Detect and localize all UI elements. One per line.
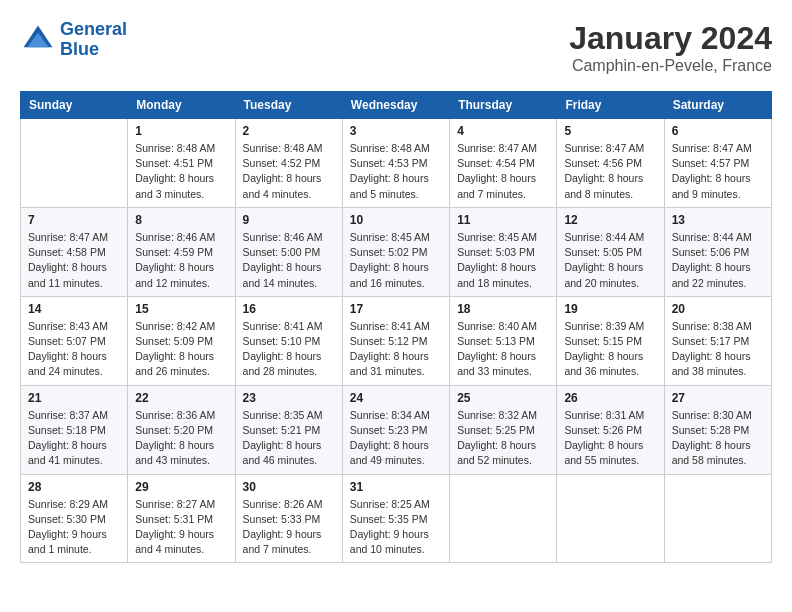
logo-icon <box>20 22 56 58</box>
header-sunday: Sunday <box>21 92 128 119</box>
calendar-cell: 20Sunrise: 8:38 AMSunset: 5:17 PMDayligh… <box>664 296 771 385</box>
day-detail: Sunrise: 8:40 AMSunset: 5:13 PMDaylight:… <box>457 319 549 380</box>
calendar-cell <box>557 474 664 563</box>
logo: General Blue <box>20 20 127 60</box>
calendar-cell: 15Sunrise: 8:42 AMSunset: 5:09 PMDayligh… <box>128 296 235 385</box>
day-detail: Sunrise: 8:44 AMSunset: 5:05 PMDaylight:… <box>564 230 656 291</box>
day-detail: Sunrise: 8:27 AMSunset: 5:31 PMDaylight:… <box>135 497 227 558</box>
calendar-cell: 5Sunrise: 8:47 AMSunset: 4:56 PMDaylight… <box>557 119 664 208</box>
calendar-cell: 14Sunrise: 8:43 AMSunset: 5:07 PMDayligh… <box>21 296 128 385</box>
day-number: 16 <box>243 302 335 316</box>
calendar-cell: 24Sunrise: 8:34 AMSunset: 5:23 PMDayligh… <box>342 385 449 474</box>
day-number: 3 <box>350 124 442 138</box>
title-block: January 2024 Camphin-en-Pevele, France <box>569 20 772 75</box>
calendar-cell: 22Sunrise: 8:36 AMSunset: 5:20 PMDayligh… <box>128 385 235 474</box>
day-number: 20 <box>672 302 764 316</box>
day-detail: Sunrise: 8:47 AMSunset: 4:58 PMDaylight:… <box>28 230 120 291</box>
calendar-cell: 17Sunrise: 8:41 AMSunset: 5:12 PMDayligh… <box>342 296 449 385</box>
day-detail: Sunrise: 8:45 AMSunset: 5:03 PMDaylight:… <box>457 230 549 291</box>
calendar-cell: 2Sunrise: 8:48 AMSunset: 4:52 PMDaylight… <box>235 119 342 208</box>
day-detail: Sunrise: 8:47 AMSunset: 4:57 PMDaylight:… <box>672 141 764 202</box>
calendar-cell: 26Sunrise: 8:31 AMSunset: 5:26 PMDayligh… <box>557 385 664 474</box>
day-number: 25 <box>457 391 549 405</box>
day-detail: Sunrise: 8:47 AMSunset: 4:54 PMDaylight:… <box>457 141 549 202</box>
day-number: 29 <box>135 480 227 494</box>
day-number: 7 <box>28 213 120 227</box>
day-detail: Sunrise: 8:41 AMSunset: 5:10 PMDaylight:… <box>243 319 335 380</box>
day-number: 10 <box>350 213 442 227</box>
day-detail: Sunrise: 8:39 AMSunset: 5:15 PMDaylight:… <box>564 319 656 380</box>
day-number: 30 <box>243 480 335 494</box>
calendar-table: SundayMondayTuesdayWednesdayThursdayFrid… <box>20 91 772 563</box>
week-row-4: 21Sunrise: 8:37 AMSunset: 5:18 PMDayligh… <box>21 385 772 474</box>
day-number: 24 <box>350 391 442 405</box>
day-detail: Sunrise: 8:43 AMSunset: 5:07 PMDaylight:… <box>28 319 120 380</box>
week-row-1: 1Sunrise: 8:48 AMSunset: 4:51 PMDaylight… <box>21 119 772 208</box>
calendar-cell: 31Sunrise: 8:25 AMSunset: 5:35 PMDayligh… <box>342 474 449 563</box>
calendar-cell: 27Sunrise: 8:30 AMSunset: 5:28 PMDayligh… <box>664 385 771 474</box>
calendar-subtitle: Camphin-en-Pevele, France <box>569 57 772 75</box>
calendar-cell: 9Sunrise: 8:46 AMSunset: 5:00 PMDaylight… <box>235 207 342 296</box>
day-number: 31 <box>350 480 442 494</box>
calendar-cell <box>664 474 771 563</box>
calendar-title: January 2024 <box>569 20 772 57</box>
day-detail: Sunrise: 8:45 AMSunset: 5:02 PMDaylight:… <box>350 230 442 291</box>
calendar-cell <box>21 119 128 208</box>
header-friday: Friday <box>557 92 664 119</box>
day-number: 9 <box>243 213 335 227</box>
calendar-cell <box>450 474 557 563</box>
logo-general: General <box>60 19 127 39</box>
calendar-cell: 16Sunrise: 8:41 AMSunset: 5:10 PMDayligh… <box>235 296 342 385</box>
day-number: 8 <box>135 213 227 227</box>
day-number: 19 <box>564 302 656 316</box>
calendar-cell: 13Sunrise: 8:44 AMSunset: 5:06 PMDayligh… <box>664 207 771 296</box>
day-number: 22 <box>135 391 227 405</box>
calendar-cell: 25Sunrise: 8:32 AMSunset: 5:25 PMDayligh… <box>450 385 557 474</box>
page-header: General Blue January 2024 Camphin-en-Pev… <box>20 20 772 75</box>
calendar-cell: 29Sunrise: 8:27 AMSunset: 5:31 PMDayligh… <box>128 474 235 563</box>
day-number: 1 <box>135 124 227 138</box>
calendar-cell: 19Sunrise: 8:39 AMSunset: 5:15 PMDayligh… <box>557 296 664 385</box>
logo-blue: Blue <box>60 39 99 59</box>
calendar-cell: 30Sunrise: 8:26 AMSunset: 5:33 PMDayligh… <box>235 474 342 563</box>
day-detail: Sunrise: 8:42 AMSunset: 5:09 PMDaylight:… <box>135 319 227 380</box>
logo-text: General Blue <box>60 20 127 60</box>
day-detail: Sunrise: 8:44 AMSunset: 5:06 PMDaylight:… <box>672 230 764 291</box>
day-number: 15 <box>135 302 227 316</box>
calendar-cell: 11Sunrise: 8:45 AMSunset: 5:03 PMDayligh… <box>450 207 557 296</box>
calendar-cell: 3Sunrise: 8:48 AMSunset: 4:53 PMDaylight… <box>342 119 449 208</box>
header-thursday: Thursday <box>450 92 557 119</box>
day-number: 27 <box>672 391 764 405</box>
day-number: 17 <box>350 302 442 316</box>
day-detail: Sunrise: 8:46 AMSunset: 4:59 PMDaylight:… <box>135 230 227 291</box>
day-number: 18 <box>457 302 549 316</box>
day-detail: Sunrise: 8:48 AMSunset: 4:52 PMDaylight:… <box>243 141 335 202</box>
day-detail: Sunrise: 8:26 AMSunset: 5:33 PMDaylight:… <box>243 497 335 558</box>
day-detail: Sunrise: 8:29 AMSunset: 5:30 PMDaylight:… <box>28 497 120 558</box>
week-row-5: 28Sunrise: 8:29 AMSunset: 5:30 PMDayligh… <box>21 474 772 563</box>
day-number: 6 <box>672 124 764 138</box>
calendar-cell: 6Sunrise: 8:47 AMSunset: 4:57 PMDaylight… <box>664 119 771 208</box>
day-detail: Sunrise: 8:48 AMSunset: 4:53 PMDaylight:… <box>350 141 442 202</box>
day-number: 11 <box>457 213 549 227</box>
calendar-cell: 12Sunrise: 8:44 AMSunset: 5:05 PMDayligh… <box>557 207 664 296</box>
week-row-2: 7Sunrise: 8:47 AMSunset: 4:58 PMDaylight… <box>21 207 772 296</box>
day-detail: Sunrise: 8:41 AMSunset: 5:12 PMDaylight:… <box>350 319 442 380</box>
day-detail: Sunrise: 8:32 AMSunset: 5:25 PMDaylight:… <box>457 408 549 469</box>
calendar-cell: 18Sunrise: 8:40 AMSunset: 5:13 PMDayligh… <box>450 296 557 385</box>
day-detail: Sunrise: 8:38 AMSunset: 5:17 PMDaylight:… <box>672 319 764 380</box>
day-detail: Sunrise: 8:35 AMSunset: 5:21 PMDaylight:… <box>243 408 335 469</box>
day-detail: Sunrise: 8:37 AMSunset: 5:18 PMDaylight:… <box>28 408 120 469</box>
week-row-3: 14Sunrise: 8:43 AMSunset: 5:07 PMDayligh… <box>21 296 772 385</box>
day-detail: Sunrise: 8:31 AMSunset: 5:26 PMDaylight:… <box>564 408 656 469</box>
day-number: 28 <box>28 480 120 494</box>
day-detail: Sunrise: 8:34 AMSunset: 5:23 PMDaylight:… <box>350 408 442 469</box>
header-saturday: Saturday <box>664 92 771 119</box>
day-number: 23 <box>243 391 335 405</box>
header-wednesday: Wednesday <box>342 92 449 119</box>
day-detail: Sunrise: 8:30 AMSunset: 5:28 PMDaylight:… <box>672 408 764 469</box>
day-number: 21 <box>28 391 120 405</box>
day-detail: Sunrise: 8:25 AMSunset: 5:35 PMDaylight:… <box>350 497 442 558</box>
calendar-cell: 10Sunrise: 8:45 AMSunset: 5:02 PMDayligh… <box>342 207 449 296</box>
calendar-cell: 4Sunrise: 8:47 AMSunset: 4:54 PMDaylight… <box>450 119 557 208</box>
